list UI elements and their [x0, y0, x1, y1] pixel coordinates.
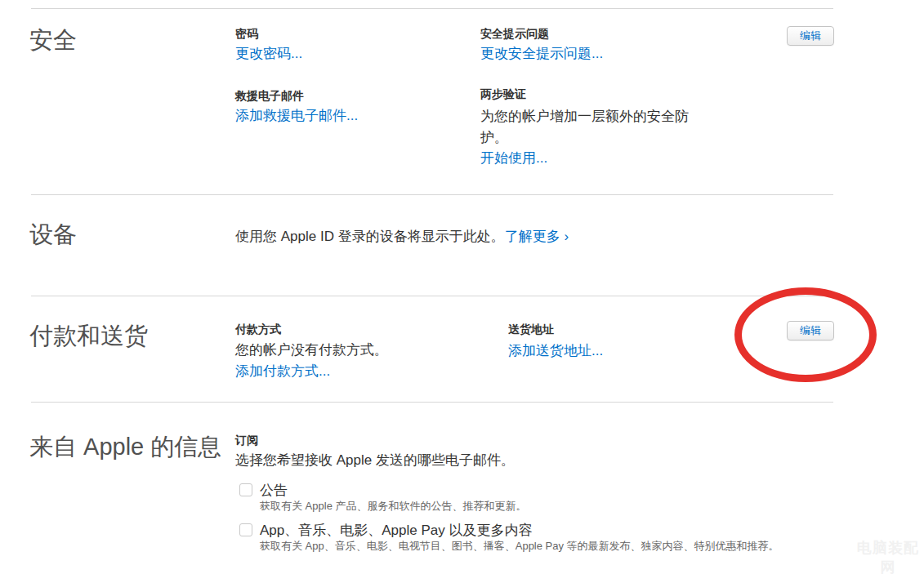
section-divider	[31, 8, 833, 9]
apple-id-settings-page: 安全 密码 更改密码... 安全提示问题 更改安全提示问题... 编辑 救援电子…	[0, 0, 924, 574]
devices-description-text: 使用您 Apple ID 登录的设备将显示于此处。	[235, 229, 505, 244]
section-title-messages-from-apple: 来自 Apple 的信息	[29, 431, 221, 464]
section-divider	[31, 402, 833, 403]
announcements-checkbox[interactable]	[239, 483, 252, 496]
section-title-devices: 设备	[29, 219, 77, 251]
section-title-security: 安全	[29, 24, 77, 57]
security-edit-button[interactable]: 编辑	[787, 26, 834, 46]
devices-description: 使用您 Apple ID 登录的设备将显示于此处。了解更多 ›	[235, 226, 569, 247]
devices-learn-more-link[interactable]: 了解更多 ›	[505, 229, 569, 244]
payment-edit-button[interactable]: 编辑	[787, 321, 834, 340]
subscriptions-label: 订阅	[235, 434, 258, 448]
subscriptions-description: 选择您希望接收 Apple 发送的哪些电子邮件。	[235, 450, 515, 471]
shipping-address-label: 送货地址	[508, 323, 554, 337]
apps-music-movies-checkbox-label[interactable]: App、音乐、电影、Apple Pay 以及更多内容	[260, 521, 532, 540]
two-step-verification-label: 两步验证	[480, 87, 526, 102]
watermark-site-name: 电脑装配网	[851, 538, 924, 574]
section-divider	[31, 194, 833, 195]
section-title-payment-shipping: 付款和送货	[29, 320, 148, 353]
payment-method-description: 您的帐户没有付款方式。	[235, 340, 388, 361]
change-password-link[interactable]: 更改密码...	[235, 44, 302, 64]
password-label: 密码	[235, 27, 258, 42]
announcements-checkbox-description: 获取有关 Apple 产品、服务和软件的公告、推荐和更新。	[260, 499, 526, 514]
announcements-checkbox-label[interactable]: 公告	[260, 481, 288, 500]
two-step-get-started-link[interactable]: 开始使用...	[480, 149, 547, 168]
two-step-verification-description: 为您的帐户增加一层额外的安全防护。	[480, 106, 699, 149]
add-payment-method-link[interactable]: 添加付款方式...	[235, 362, 330, 381]
change-security-questions-link[interactable]: 更改安全提示问题...	[480, 44, 603, 64]
section-divider	[31, 296, 833, 296]
site-watermark: 电脑装配网 www.dnzp.com	[851, 538, 924, 574]
payment-method-label: 付款方式	[235, 323, 281, 337]
rescue-email-label: 救援电子邮件	[235, 89, 304, 104]
apps-music-movies-checkbox-description: 获取有关 App、音乐、电影、电视节目、图书、播客、Apple Pay 等的最新…	[260, 539, 779, 554]
add-rescue-email-link[interactable]: 添加救援电子邮件...	[235, 106, 358, 126]
apps-music-movies-checkbox[interactable]	[239, 523, 252, 536]
add-shipping-address-link[interactable]: 添加送货地址...	[508, 341, 603, 361]
security-questions-label: 安全提示问题	[480, 27, 549, 42]
